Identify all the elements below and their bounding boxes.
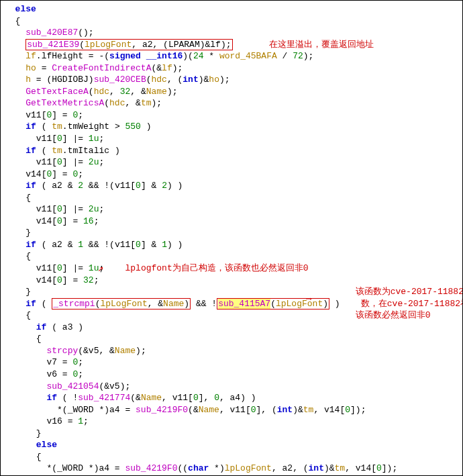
var: word_45BAFA bbox=[219, 51, 277, 61]
annotation-3b: 数，在cve-2017-11882补丁后， bbox=[361, 299, 463, 309]
kw: if bbox=[25, 181, 36, 191]
var: v11 bbox=[25, 110, 41, 120]
num: 72 bbox=[293, 51, 303, 61]
num: 24 bbox=[193, 51, 204, 61]
brace: { bbox=[25, 251, 31, 261]
annotation-2: lplogfont为自己构造，该函数也必然返回非0 bbox=[125, 263, 308, 273]
var: tm bbox=[52, 122, 62, 132]
num: 32 bbox=[120, 87, 131, 97]
num: 550 bbox=[125, 122, 140, 132]
arg: hdc bbox=[109, 98, 125, 108]
var: v6 bbox=[46, 369, 57, 379]
num: 1 bbox=[78, 240, 83, 250]
arg: a4 bbox=[230, 393, 241, 403]
arg: Name bbox=[141, 393, 162, 403]
idx: 0 bbox=[46, 110, 52, 120]
kw: if bbox=[25, 146, 36, 156]
type: _WORD bbox=[68, 405, 94, 415]
type: _WORD bbox=[57, 463, 83, 473]
var: v11 bbox=[115, 181, 130, 191]
kw: if bbox=[25, 240, 36, 250]
num: 2u bbox=[89, 157, 99, 167]
arg: tm bbox=[303, 405, 314, 415]
idx: 0 bbox=[57, 263, 62, 273]
type: HGDIOBJ bbox=[52, 75, 89, 85]
arg: v11 bbox=[172, 393, 188, 403]
num: 0 bbox=[72, 369, 78, 379]
fn: sub_421774 bbox=[78, 393, 130, 403]
fn: GetTextMetricsA bbox=[25, 98, 104, 108]
idx: 0 bbox=[136, 240, 141, 250]
var: a2 bbox=[52, 240, 62, 250]
idx: 0 bbox=[57, 275, 62, 285]
arg: tm bbox=[335, 463, 346, 473]
var: v11 bbox=[115, 240, 130, 250]
num: 2 bbox=[78, 181, 83, 191]
num: 32 bbox=[83, 275, 94, 285]
num: 0 bbox=[214, 393, 219, 403]
arg: hdc bbox=[94, 87, 109, 97]
num: 0 bbox=[72, 357, 78, 367]
arg: lpLogFont bbox=[225, 463, 272, 473]
var: v11 bbox=[36, 134, 52, 144]
arg: lf bbox=[210, 40, 221, 50]
arg: a2 bbox=[142, 40, 153, 50]
var: tm bbox=[52, 146, 62, 156]
arg: v14 bbox=[356, 463, 371, 473]
kw: if bbox=[25, 122, 36, 132]
kw: int bbox=[309, 463, 324, 473]
num: 2 bbox=[162, 181, 167, 191]
fn: strcpy bbox=[46, 346, 78, 356]
arg: lf bbox=[162, 63, 172, 73]
highlight-box-1: sub_421E39(lpLogFont, a2, (LPARAM)&lf); bbox=[25, 39, 232, 50]
var: v14 bbox=[36, 216, 52, 226]
num: 0 bbox=[72, 169, 78, 179]
idx: 0 bbox=[251, 405, 256, 415]
var: a2 bbox=[52, 181, 62, 191]
arg: Name bbox=[163, 299, 184, 309]
arg: lpLogFont bbox=[276, 299, 323, 309]
arg: v14 bbox=[324, 405, 340, 415]
var: v11 bbox=[36, 157, 52, 167]
arg: v5 bbox=[89, 346, 99, 356]
fn-sub421E39: sub_421E39 bbox=[27, 40, 79, 50]
fn: sub_421054 bbox=[46, 381, 99, 391]
idx: 0 bbox=[57, 204, 62, 214]
var: v7 bbox=[46, 357, 57, 367]
annotation-1: 在这里溢出，覆盖返回地址 bbox=[269, 40, 374, 50]
highlight-box-2: _strcmpi(lpLogFont, &Name) bbox=[52, 298, 191, 310]
arg: ho bbox=[209, 75, 219, 85]
num: 1 bbox=[78, 416, 83, 426]
arg: LPARAM bbox=[168, 40, 200, 50]
brace: } bbox=[36, 428, 42, 438]
member: tmItalic bbox=[68, 146, 109, 156]
fn: sub_4115A7 bbox=[218, 299, 270, 309]
var: v11 bbox=[36, 263, 52, 273]
brace: { bbox=[15, 16, 21, 26]
var: v16 bbox=[46, 416, 62, 426]
arg: tm bbox=[141, 98, 152, 108]
var: a4 bbox=[109, 405, 120, 415]
kw-else: else bbox=[15, 4, 36, 14]
kw: if bbox=[25, 299, 36, 309]
annotation-3c: 该函数必然返回非0 bbox=[356, 310, 431, 320]
num: 1u bbox=[89, 263, 99, 273]
kw: signed bbox=[109, 51, 141, 61]
arg: Name bbox=[199, 405, 219, 415]
idx: 0 bbox=[193, 393, 199, 403]
brace: } bbox=[25, 228, 31, 238]
arg: Name bbox=[146, 87, 167, 97]
fn: CreateFontIndirectA bbox=[52, 63, 151, 73]
fn: sub_4219F0 bbox=[136, 405, 188, 415]
brace: { bbox=[25, 310, 31, 320]
kw: int bbox=[183, 75, 198, 85]
var: lf bbox=[25, 51, 36, 61]
arg: a2 bbox=[282, 463, 293, 473]
idx: 0 bbox=[376, 463, 382, 473]
idx: 0 bbox=[136, 181, 141, 191]
arg: v5 bbox=[109, 381, 120, 391]
idx: 0 bbox=[57, 134, 62, 144]
code-block: else { sub_420E87(); sub_421E39(lpLogFon… bbox=[1, 1, 462, 476]
brace: { bbox=[36, 334, 42, 344]
kw: if bbox=[46, 393, 57, 403]
